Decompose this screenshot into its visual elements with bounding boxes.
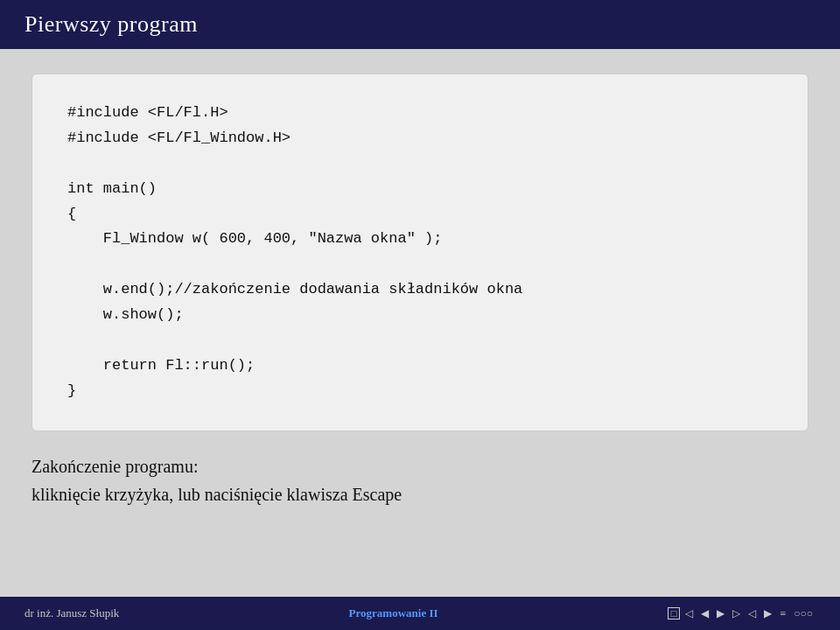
- footer-author: dr inż. Janusz Słupik: [24, 606, 119, 620]
- page-header: Pierwszy program: [0, 0, 840, 49]
- nav-next-icon[interactable]: ▶: [714, 606, 727, 621]
- code-block: #include <FL/Fl.H> #include <FL/Fl_Windo…: [67, 101, 773, 404]
- footer-right: □ ◁ ◀ ▶ ▷ ◁ ▶ ≡ ○○○: [668, 606, 816, 621]
- footer-nav-icons: □ ◁ ◀ ▶ ▷ ◁ ▶ ≡ ○○○: [668, 606, 816, 621]
- footer-bar: dr inż. Janusz Słupik Programowanie II □…: [0, 597, 840, 630]
- nav-next-next-icon[interactable]: ▷: [730, 606, 743, 621]
- footer-course: Programowanie II: [349, 606, 438, 620]
- main-content: #include <FL/Fl.H> #include <FL/Fl_Windo…: [0, 49, 840, 597]
- nav-menu-icon[interactable]: ≡: [777, 606, 788, 621]
- description-line1: Zakończenie programu:: [32, 452, 808, 480]
- page-title: Pierwszy program: [24, 11, 198, 38]
- nav-prev-prev-icon[interactable]: ◁: [682, 606, 696, 621]
- nav-section-next-icon[interactable]: ▶: [761, 606, 774, 621]
- description-text: Zakończenie programu: kliknięcie krzyżyk…: [32, 452, 808, 508]
- nav-prev-icon[interactable]: ◀: [698, 606, 711, 621]
- nav-icon-box[interactable]: □: [668, 607, 681, 620]
- nav-section-prev-icon[interactable]: ◁: [746, 606, 759, 621]
- description-line2: kliknięcie krzyżyka, lub naciśnięcie kla…: [32, 480, 808, 508]
- code-container: #include <FL/Fl.H> #include <FL/Fl_Windo…: [32, 74, 808, 431]
- nav-dots-icon: ○○○: [791, 606, 816, 621]
